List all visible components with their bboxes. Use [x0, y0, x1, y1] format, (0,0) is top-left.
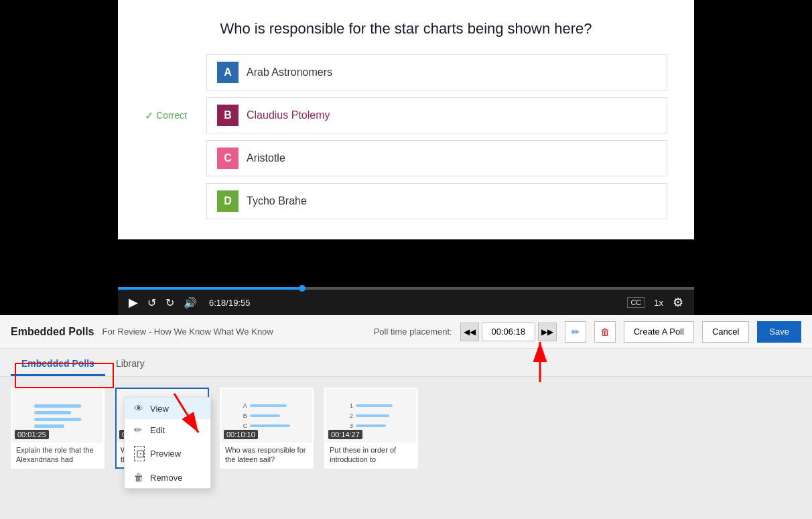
toolbar-title: Embedded Polls [11, 326, 94, 338]
context-menu-remove[interactable]: 🗑 Remove [125, 467, 210, 488]
play-icon[interactable]: ▶ [129, 295, 138, 310]
correct-label-b: ✓ Correct [145, 109, 198, 122]
abc-letter-3-a: A [243, 402, 247, 409]
answer-letter-b: B [217, 105, 239, 126]
save-btn[interactable]: Save [757, 321, 801, 343]
abc-row-4-2: 2 [350, 412, 393, 419]
remove-icon: 🗑 [134, 472, 145, 483]
volume-icon[interactable]: 🔊 [184, 296, 197, 309]
tab-library[interactable]: Library [105, 353, 155, 376]
tab-embedded-polls[interactable]: Embedded Polls [11, 353, 105, 376]
answer-row-d: D Tycho Brahe [145, 183, 667, 219]
answer-option-a[interactable]: A Arab Astronomers [206, 54, 667, 91]
thumb-line-1-2 [34, 411, 71, 414]
polls-list: 00:01:25 Explain the role that the Alexa… [0, 377, 812, 519]
time-display: 6:18/19:55 [209, 298, 250, 308]
abc-line-3-b [250, 414, 280, 417]
video-area: Who is responsible for the star charts b… [0, 0, 812, 315]
context-menu-view[interactable]: 👁 View [125, 398, 210, 419]
abc-letter-4-1: 1 [350, 402, 353, 409]
answer-text-a: Arab Astronomers [247, 66, 332, 78]
poll-caption-3: Who was responsible for the lateen sail? [221, 443, 312, 467]
quiz-question: Who is responsible for the star charts b… [145, 20, 667, 38]
context-menu: 👁 View ✏ Edit ⊡ Preview 🗑 Remove [124, 397, 211, 489]
context-remove-label: Remove [150, 473, 182, 483]
answer-options: A Arab Astronomers ✓ Correct B Claudius … [145, 54, 667, 219]
poll-card-1[interactable]: 00:01:25 Explain the role that the Alexa… [11, 388, 105, 469]
edit-icon: ✏ [134, 424, 145, 435]
context-preview-label: Preview [150, 449, 181, 459]
delete-btn[interactable]: 🗑 [594, 321, 616, 343]
abc-letter-3-c: C [243, 422, 248, 429]
time-input[interactable] [482, 323, 535, 341]
poll-timestamp-3: 00:10:10 [224, 430, 258, 439]
abc-row-3-a: A [243, 402, 291, 409]
abc-line-4-1 [356, 404, 393, 407]
abc-line-4-3 [356, 424, 386, 427]
speed-badge[interactable]: 1x [654, 298, 663, 308]
abc-row-4-3: 3 [350, 422, 393, 429]
time-nav-back-btn[interactable]: ◀◀ [460, 323, 479, 341]
cancel-btn[interactable]: Cancel [702, 321, 749, 343]
answer-letter-c: C [217, 148, 239, 169]
poll-timestamp-1: 00:01:25 [15, 430, 49, 439]
answer-row-b: ✓ Correct B Claudius Ptolemy [145, 97, 667, 133]
context-edit-label: Edit [150, 425, 165, 435]
answer-letter-d: D [217, 190, 239, 212]
video-progress-fill [118, 287, 302, 290]
abc-letter-4-3: 3 [350, 422, 353, 429]
thumb-lines-abc-3: A B C [239, 398, 295, 433]
video-progress-dot [299, 285, 306, 292]
abc-row-3-c: C [243, 422, 291, 429]
thumb-lines-1 [29, 399, 86, 433]
abc-line-4-2 [356, 414, 389, 417]
answer-text-b: Claudius Ptolemy [247, 109, 330, 121]
rewind-icon[interactable]: ↺ [147, 296, 156, 309]
poll-card-3[interactable]: A B C 00:10:10 Who was responsible for t… [220, 388, 314, 469]
quiz-panel: Who is responsible for the star charts b… [118, 0, 694, 239]
answer-row-a: A Arab Astronomers [145, 54, 667, 91]
tabs-row: Embedded Polls Library [0, 349, 812, 377]
poll-timestamp-4: 00:14:27 [328, 430, 362, 439]
answer-letter-a: A [217, 62, 239, 83]
context-menu-edit[interactable]: ✏ Edit [125, 419, 210, 441]
time-nav-fwd-btn[interactable]: ▶▶ [538, 323, 557, 341]
video-controls: ▶ ↺ ↻ 🔊 6:18/19:55 CC 1x ⚙ [118, 290, 694, 315]
check-icon-b: ✓ [145, 109, 153, 122]
answer-row-c: C Aristotle [145, 140, 667, 176]
answer-text-d: Tycho Brahe [247, 195, 307, 207]
answer-option-b[interactable]: B Claudius Ptolemy [206, 97, 667, 133]
view-icon: 👁 [134, 403, 145, 414]
thumb-line-1-4 [34, 424, 64, 428]
cc-badge[interactable]: CC [627, 297, 645, 308]
poll-card-4[interactable]: 1 2 3 00:14:27 Put these in order of int… [324, 388, 418, 469]
poll-caption-1: Explain the role that the Alexandrians h… [12, 443, 103, 467]
abc-letter-3-b: B [243, 412, 247, 419]
abc-letter-4-2: 2 [350, 412, 353, 419]
video-progress[interactable] [118, 287, 694, 290]
thumb-line-1-1 [34, 404, 81, 408]
ctrl-right: CC 1x ⚙ [627, 295, 683, 310]
correct-text: Correct [156, 110, 187, 121]
forward-icon[interactable]: ↻ [165, 296, 174, 309]
context-menu-preview[interactable]: ⊡ Preview [125, 441, 210, 467]
context-view-label: View [150, 404, 169, 414]
time-nav: ◀◀ ▶▶ [460, 323, 557, 341]
answer-text-c: Aristotle [247, 152, 285, 164]
poll-caption-4: Put these in order of introduction to [326, 443, 417, 467]
preview-icon: ⊡ [134, 446, 145, 461]
edit-time-btn[interactable]: ✏ [565, 321, 586, 343]
settings-icon[interactable]: ⚙ [673, 295, 683, 310]
toolbar-subtitle: For Review - How We Know What We Know [102, 327, 273, 337]
abc-row-3-b: B [243, 412, 291, 419]
answer-option-d[interactable]: D Tycho Brahe [206, 183, 667, 219]
thumb-lines-abc-4: 1 2 3 [346, 398, 397, 433]
abc-line-3-a [250, 404, 287, 407]
bottom-bar: Embedded Polls For Review - How We Know … [0, 315, 812, 519]
controls-wrapper: ▶ ↺ ↻ 🔊 6:18/19:55 CC 1x ⚙ [118, 290, 694, 315]
answer-option-c[interactable]: C Aristotle [206, 140, 667, 176]
create-poll-btn[interactable]: Create A Poll [624, 321, 694, 343]
abc-line-3-c [250, 424, 290, 427]
progress-wrapper [118, 287, 694, 290]
bottom-toolbar: Embedded Polls For Review - How We Know … [0, 315, 812, 349]
